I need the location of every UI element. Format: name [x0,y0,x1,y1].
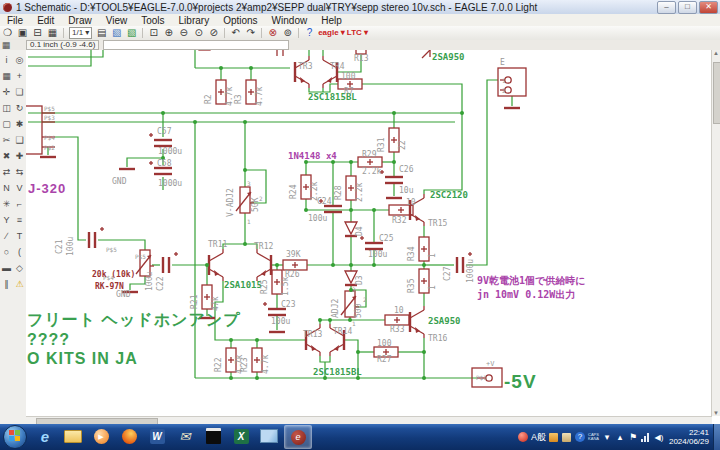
mirror-tool[interactable]: ◫ [0,100,13,116]
schematic-label: 2.2k [362,167,381,176]
arc-tool[interactable]: ( [13,244,26,260]
paste-tool[interactable]: ❑ [13,132,26,148]
smash-tool[interactable]: ✳ [0,196,13,212]
vertical-scrollbar[interactable]: ▲▼ [711,50,720,416]
erc-tool[interactable]: ⚠ [13,276,26,292]
menu-draw[interactable]: Draw [61,15,98,26]
frame-blue-button[interactable]: ▧ [110,27,123,39]
save-button[interactable]: ▣ [16,27,29,39]
bus-tool[interactable]: ∥ [0,276,13,292]
redo-button[interactable]: ↷ [244,27,257,39]
minimize-button[interactable]: – [657,1,676,14]
polygon-tool[interactable]: ◇ [13,260,26,276]
zoom-fit-button[interactable]: ⊡ [147,27,160,39]
ime-mode-indicator[interactable]: A般 [531,431,546,444]
menu-file[interactable]: File [0,15,30,26]
sheets-button[interactable]: ▤ [95,27,108,39]
caps-kana-indicator[interactable]: CAPSKANA [588,433,599,441]
grid-button[interactable]: ▦ [0,40,12,50]
stop-button[interactable]: ⊗ [266,27,279,39]
ime-help-icon[interactable]: ? [575,432,585,442]
start-button[interactable] [3,425,27,449]
schematic-label: P$5 [44,105,55,112]
rect-tool[interactable]: ▬ [0,260,13,276]
print-button[interactable]: ⊟ [31,27,44,39]
toolbar-separator [261,28,262,38]
ltspice-menu-button[interactable]: LTC ▾ [347,27,368,39]
menu-view[interactable]: View [99,15,135,26]
circle-tool[interactable]: ○ [0,244,13,260]
split-tool[interactable]: Y [0,212,13,228]
schematic-label: R21 [190,294,199,309]
group-tool[interactable]: ▢ [0,116,13,132]
taskbar-clock[interactable]: 22:41 2024/06/29 [669,428,709,446]
schematic-label: 1.5k [281,277,290,296]
maximize-button[interactable]: □ [678,1,697,14]
zoom-select-button[interactable]: ⊘ [207,27,220,39]
schematic-canvas[interactable]: TR3TR42SC1815BLR13100R72SA950E12R24.7kR3… [26,50,712,416]
change-tool[interactable]: ✱ [13,116,26,132]
mail-icon[interactable]: ✉ [172,425,198,447]
ime-menu-arrow[interactable]: ▾ [602,432,612,442]
scroll-thumb[interactable] [713,62,720,124]
delete-tool[interactable]: ✖ [0,148,13,164]
text-tool[interactable]: T [13,228,26,244]
command-input[interactable] [103,40,289,50]
excel-icon[interactable]: X [228,425,254,447]
schematic-label: GND [116,290,131,299]
explorer-icon[interactable] [60,425,86,447]
miter-tool[interactable]: ⌐ [13,196,26,212]
close-button[interactable]: ✕ [699,1,718,14]
wire-tool[interactable]: ∕ [0,228,13,244]
show-tool[interactable]: ◎ [13,52,26,68]
menu-tools[interactable]: Tools [134,15,171,26]
mark-tool[interactable]: + [13,68,26,84]
menu-library[interactable]: Library [172,15,217,26]
cut-tool[interactable]: ✂ [0,132,13,148]
copy-tool[interactable]: ❏ [13,84,26,100]
zoom-in-button[interactable]: ⊕ [162,27,175,39]
console-icon[interactable] [200,425,226,447]
frame-green-button[interactable]: ▧ [125,27,138,39]
ie-icon[interactable]: e [32,425,58,447]
image-viewer-icon[interactable] [256,425,282,447]
undo-button[interactable]: ↶ [229,27,242,39]
open-button[interactable]: ❍ [1,27,14,39]
info-tool[interactable]: i [0,52,13,68]
eagle-icon[interactable]: e [284,425,312,449]
volume-icon[interactable]: ◀) [654,433,664,442]
ime-pad-icon[interactable] [562,433,572,442]
network-icon[interactable] [641,433,651,442]
firefox-icon[interactable] [116,425,142,447]
eagle-menu-button[interactable]: eagle ▾ [318,27,345,39]
sheet-combo[interactable]: 1/1▾ [69,27,92,39]
zoom-redraw-button[interactable]: ⊙ [192,27,205,39]
go-button[interactable]: ⊚ [281,27,294,39]
value-tool[interactable]: V [13,180,26,196]
pin-stub [422,50,430,58]
zoom-out-button[interactable]: ⊖ [177,27,190,39]
ime-tool-icon[interactable] [549,433,559,442]
help-button[interactable]: ? [303,27,316,39]
replace-tool[interactable]: ⇆ [13,164,26,180]
show-desktop-button[interactable] [713,424,720,450]
media-player-icon[interactable]: ▶ [88,425,114,447]
invoke-tool[interactable]: ≡ [13,212,26,228]
action-center-icon[interactable]: ⚑ [628,432,638,442]
schematic-drawing[interactable]: TR3TR42SC1815BLR13100R72SA950E12R24.7kR3… [26,50,712,416]
menu-edit[interactable]: Edit [30,15,61,26]
schematic-label: フリート ヘッドホンアンプ [27,311,241,328]
menu-window[interactable]: Window [265,15,315,26]
rotate-tool[interactable]: ↻ [13,100,26,116]
hidden-icons-button[interactable]: ▴ [615,432,625,442]
menu-help[interactable]: Help [314,15,349,26]
menu-options[interactable]: Options [216,15,264,26]
export-image-button[interactable]: ▦ [46,27,59,39]
word-icon[interactable]: W [144,425,170,447]
pinswap-tool[interactable]: ⇄ [0,164,13,180]
display-tool[interactable]: ▦ [0,68,13,84]
move-tool[interactable]: ✛ [0,84,13,100]
name-tool[interactable]: N [0,180,13,196]
notify-app-icon[interactable] [518,432,528,442]
add-part-tool[interactable]: ✚ [13,148,26,164]
